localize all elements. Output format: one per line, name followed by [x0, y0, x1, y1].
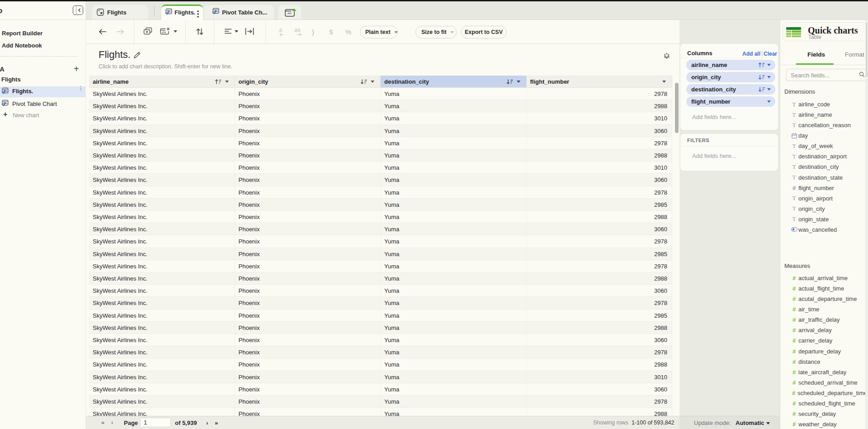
svg-text:.00: .00	[293, 28, 300, 33]
svg-text:.0: .0	[278, 28, 282, 33]
